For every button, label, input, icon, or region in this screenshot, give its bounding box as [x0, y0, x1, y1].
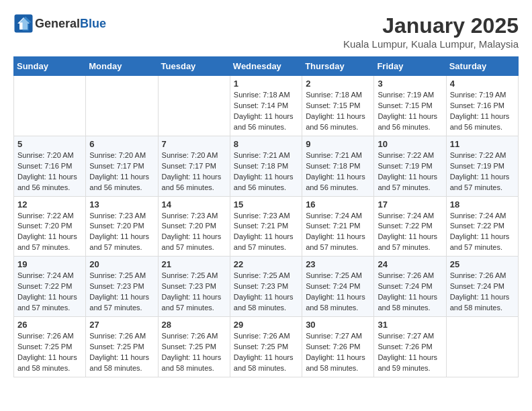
day-cell: 24Sunrise: 7:26 AMSunset: 7:24 PMDayligh…: [374, 257, 446, 317]
day-cell: 6Sunrise: 7:20 AMSunset: 7:17 PMDaylight…: [86, 136, 158, 196]
day-number: 28: [162, 320, 226, 330]
day-cell: 2Sunrise: 7:18 AMSunset: 7:15 PMDaylight…: [302, 76, 374, 136]
day-number: 13: [89, 199, 154, 210]
day-number: 3: [378, 79, 442, 89]
location-title: Kuala Lumpur, Kuala Lumpur, Malaysia: [343, 38, 519, 50]
day-info: Sunrise: 7:25 AMSunset: 7:23 PMDaylight:…: [89, 271, 154, 314]
day-info: Sunrise: 7:21 AMSunset: 7:18 PMDaylight:…: [234, 150, 298, 193]
day-number: 21: [162, 259, 226, 269]
day-number: 29: [234, 320, 298, 330]
day-info: Sunrise: 7:23 AMSunset: 7:20 PMDaylight:…: [89, 211, 154, 254]
day-number: 2: [306, 79, 370, 89]
day-number: 30: [306, 320, 370, 330]
day-cell: 5Sunrise: 7:20 AMSunset: 7:16 PMDaylight…: [14, 136, 86, 196]
header-thursday: Thursday: [302, 57, 374, 76]
day-cell: 16Sunrise: 7:24 AMSunset: 7:21 PMDayligh…: [302, 196, 374, 257]
day-info: Sunrise: 7:24 AMSunset: 7:22 PMDaylight:…: [17, 271, 82, 314]
day-info: Sunrise: 7:27 AMSunset: 7:26 PMDaylight:…: [378, 331, 442, 374]
header-friday: Friday: [374, 57, 446, 76]
day-info: Sunrise: 7:27 AMSunset: 7:26 PMDaylight:…: [306, 331, 370, 374]
day-number: 18: [450, 199, 515, 210]
day-number: 24: [378, 259, 442, 269]
week-row-2: 12Sunrise: 7:22 AMSunset: 7:20 PMDayligh…: [14, 196, 519, 257]
day-cell: 11Sunrise: 7:22 AMSunset: 7:19 PMDayligh…: [446, 136, 518, 196]
day-cell: 20Sunrise: 7:25 AMSunset: 7:23 PMDayligh…: [86, 257, 158, 317]
day-cell: [14, 76, 86, 136]
day-info: Sunrise: 7:20 AMSunset: 7:17 PMDaylight:…: [162, 150, 226, 193]
day-cell: 27Sunrise: 7:26 AMSunset: 7:25 PMDayligh…: [86, 317, 158, 377]
day-number: 1: [234, 79, 298, 89]
day-number: 19: [17, 259, 82, 269]
day-cell: 1Sunrise: 7:18 AMSunset: 7:14 PMDaylight…: [230, 76, 302, 136]
day-info: Sunrise: 7:25 AMSunset: 7:23 PMDaylight:…: [162, 271, 226, 314]
week-row-4: 26Sunrise: 7:26 AMSunset: 7:25 PMDayligh…: [14, 317, 519, 377]
day-info: Sunrise: 7:22 AMSunset: 7:20 PMDaylight:…: [17, 211, 82, 254]
day-cell: 17Sunrise: 7:24 AMSunset: 7:22 PMDayligh…: [374, 196, 446, 257]
day-cell: 22Sunrise: 7:25 AMSunset: 7:23 PMDayligh…: [230, 257, 302, 317]
day-cell: 4Sunrise: 7:19 AMSunset: 7:16 PMDaylight…: [446, 76, 518, 136]
day-number: 16: [306, 199, 370, 210]
day-cell: 31Sunrise: 7:27 AMSunset: 7:26 PMDayligh…: [374, 317, 446, 377]
day-number: 31: [378, 320, 442, 330]
day-number: 7: [162, 139, 226, 149]
day-info: Sunrise: 7:21 AMSunset: 7:18 PMDaylight:…: [306, 150, 370, 193]
day-number: 26: [17, 320, 82, 330]
day-cell: [158, 76, 230, 136]
day-number: 20: [89, 259, 154, 269]
day-info: Sunrise: 7:23 AMSunset: 7:20 PMDaylight:…: [162, 211, 226, 254]
day-info: Sunrise: 7:19 AMSunset: 7:16 PMDaylight:…: [450, 90, 515, 133]
day-info: Sunrise: 7:25 AMSunset: 7:24 PMDaylight:…: [306, 271, 370, 314]
day-info: Sunrise: 7:18 AMSunset: 7:14 PMDaylight:…: [234, 90, 298, 133]
day-number: 4: [450, 79, 515, 89]
day-cell: [446, 317, 518, 377]
day-info: Sunrise: 7:24 AMSunset: 7:22 PMDaylight:…: [378, 211, 442, 254]
day-number: 14: [162, 199, 226, 210]
month-title: January 2025: [343, 13, 519, 38]
week-row-1: 5Sunrise: 7:20 AMSunset: 7:16 PMDaylight…: [14, 136, 519, 196]
day-cell: 25Sunrise: 7:26 AMSunset: 7:24 PMDayligh…: [446, 257, 518, 317]
day-number: 9: [306, 139, 370, 149]
logo-text-general: General: [35, 17, 80, 30]
day-cell: 7Sunrise: 7:20 AMSunset: 7:17 PMDaylight…: [158, 136, 230, 196]
day-cell: 3Sunrise: 7:19 AMSunset: 7:15 PMDaylight…: [374, 76, 446, 136]
calendar-header-row: SundayMondayTuesdayWednesdayThursdayFrid…: [14, 57, 519, 76]
day-number: 10: [378, 139, 442, 149]
day-cell: 10Sunrise: 7:22 AMSunset: 7:19 PMDayligh…: [374, 136, 446, 196]
day-info: Sunrise: 7:22 AMSunset: 7:19 PMDaylight:…: [450, 150, 515, 193]
day-number: 17: [378, 199, 442, 210]
header-monday: Monday: [86, 57, 158, 76]
day-number: 8: [234, 139, 298, 149]
day-number: 22: [234, 259, 298, 269]
logo-icon: [13, 13, 34, 34]
header-wednesday: Wednesday: [230, 57, 302, 76]
day-info: Sunrise: 7:25 AMSunset: 7:23 PMDaylight:…: [234, 271, 298, 314]
day-info: Sunrise: 7:26 AMSunset: 7:25 PMDaylight:…: [17, 331, 82, 374]
day-info: Sunrise: 7:23 AMSunset: 7:21 PMDaylight:…: [234, 211, 298, 254]
day-info: Sunrise: 7:19 AMSunset: 7:15 PMDaylight:…: [378, 90, 442, 133]
week-row-3: 19Sunrise: 7:24 AMSunset: 7:22 PMDayligh…: [14, 257, 519, 317]
logo: GeneralBlue: [13, 13, 106, 34]
day-info: Sunrise: 7:26 AMSunset: 7:24 PMDaylight:…: [450, 271, 515, 314]
day-number: 6: [89, 139, 154, 149]
day-cell: [86, 76, 158, 136]
calendar-table: SundayMondayTuesdayWednesdayThursdayFrid…: [13, 56, 519, 377]
day-info: Sunrise: 7:26 AMSunset: 7:24 PMDaylight:…: [378, 271, 442, 314]
header-sunday: Sunday: [14, 57, 86, 76]
logo-text-blue: Blue: [80, 17, 106, 30]
page-header: GeneralBlue January 2025 Kuala Lumpur, K…: [13, 13, 519, 50]
day-info: Sunrise: 7:24 AMSunset: 7:22 PMDaylight:…: [450, 211, 515, 254]
day-number: 23: [306, 259, 370, 269]
day-number: 11: [450, 139, 515, 149]
week-row-0: 1Sunrise: 7:18 AMSunset: 7:14 PMDaylight…: [14, 76, 519, 136]
day-cell: 12Sunrise: 7:22 AMSunset: 7:20 PMDayligh…: [14, 196, 86, 257]
day-cell: 23Sunrise: 7:25 AMSunset: 7:24 PMDayligh…: [302, 257, 374, 317]
day-cell: 9Sunrise: 7:21 AMSunset: 7:18 PMDaylight…: [302, 136, 374, 196]
title-block: January 2025 Kuala Lumpur, Kuala Lumpur,…: [343, 13, 519, 50]
day-cell: 13Sunrise: 7:23 AMSunset: 7:20 PMDayligh…: [86, 196, 158, 257]
day-info: Sunrise: 7:20 AMSunset: 7:17 PMDaylight:…: [89, 150, 154, 193]
day-number: 12: [17, 199, 82, 210]
day-cell: 18Sunrise: 7:24 AMSunset: 7:22 PMDayligh…: [446, 196, 518, 257]
day-cell: 28Sunrise: 7:26 AMSunset: 7:25 PMDayligh…: [158, 317, 230, 377]
day-number: 25: [450, 259, 515, 269]
day-cell: 19Sunrise: 7:24 AMSunset: 7:22 PMDayligh…: [14, 257, 86, 317]
